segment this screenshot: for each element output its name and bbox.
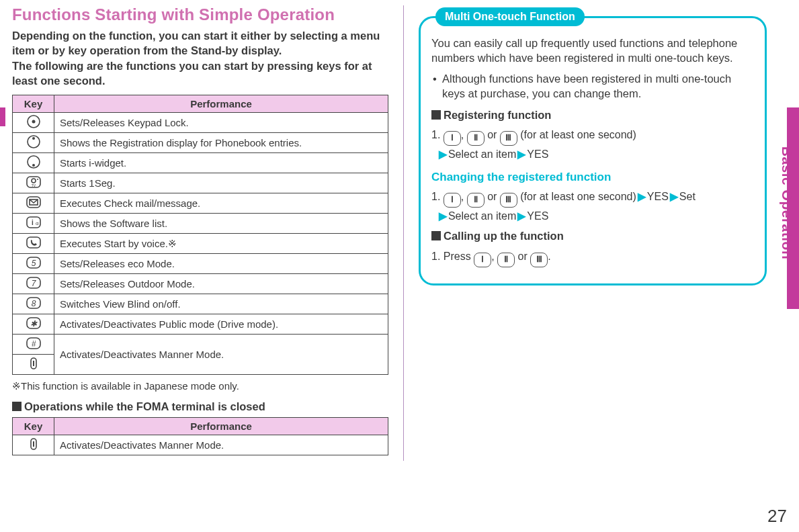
- arrow-icon: ▶: [636, 191, 647, 202]
- svg-point-1: [32, 120, 35, 124]
- svg-point-7: [32, 179, 36, 183]
- calling-step: 1. Press Ⅰ, Ⅱ or Ⅲ.: [431, 248, 754, 267]
- step-number: 1.: [431, 126, 440, 144]
- arrow-icon: ▶: [437, 210, 448, 222]
- footnote: ※This function is available in Japanese …: [12, 380, 388, 392]
- svg-text:#: #: [31, 339, 36, 349]
- key-icon-five: 5: [13, 254, 54, 274]
- table-row: #Activates/Deactivates Manner Mode.: [13, 335, 388, 355]
- step-select-item: Select an item: [448, 148, 516, 160]
- performance-cell: Switches View Blind on/off.: [54, 294, 388, 314]
- left-column: Functions Starting with Simple Operation…: [12, 5, 388, 461]
- key-roman-3-icon: Ⅲ: [530, 253, 548, 267]
- table-row: iαShows the Software list.: [13, 214, 388, 234]
- key-performance-table: Key Performance Sets/Releases Keypad Loc…: [12, 95, 388, 375]
- column-divider: [403, 5, 404, 461]
- key-roman-3-icon: Ⅲ: [500, 131, 517, 146]
- step-yes: YES: [527, 210, 548, 222]
- key-icon-dot-top: [13, 133, 54, 153]
- key-roman-2-icon: Ⅱ: [467, 193, 485, 208]
- performance-cell: Starts i-widget.: [54, 153, 388, 173]
- svg-text:α: α: [36, 220, 39, 226]
- side-tab-label: Basic Operation: [779, 142, 795, 263]
- table-row: 5Sets/Releases eco Mode.: [13, 254, 388, 274]
- performance-cell: Sets/Releases Outdoor Mode.: [54, 274, 388, 294]
- calling-heading: Calling up the function: [431, 228, 754, 243]
- table-head-performance: Performance: [54, 95, 388, 113]
- arrow-icon: ▶: [669, 191, 679, 202]
- section-intro: Depending on the function, you can start…: [12, 28, 388, 88]
- registering-heading: Registering function: [431, 107, 754, 122]
- box-bullet: Although functions have been registered …: [431, 71, 754, 101]
- performance-cell: Starts 1Seg.: [54, 173, 388, 193]
- table-row: Executes Start by voice.※: [13, 234, 388, 254]
- closed-operations-heading: Operations while the FOMA terminal is cl…: [12, 400, 388, 413]
- key-roman-1-icon: Ⅰ: [444, 193, 461, 208]
- table-row: TVStarts 1Seg.: [13, 173, 388, 193]
- arrow-icon: ▶: [516, 148, 527, 160]
- key-icon-side: [13, 435, 54, 455]
- key-icon-dot-center: [13, 113, 54, 133]
- key-icon-seven: 7: [13, 274, 54, 294]
- closed-key-table: Key Performance Activates/Deactivates Ma…: [12, 417, 388, 455]
- calling-heading-text: Calling up the function: [444, 230, 564, 242]
- svg-text:8: 8: [31, 299, 36, 308]
- table-row: Sets/Releases Keypad Lock.: [13, 113, 388, 133]
- table-row: 7Sets/Releases Outdoor Mode.: [13, 274, 388, 294]
- table-row: Starts i-widget.: [13, 153, 388, 173]
- step-yes: YES: [647, 191, 669, 202]
- svg-text:7: 7: [31, 279, 36, 288]
- key-icon-i-alpha: iα: [13, 214, 54, 234]
- key-icon-dot-bottom: [13, 153, 54, 173]
- svg-text:5: 5: [31, 259, 36, 268]
- step-number: 1.: [431, 188, 440, 206]
- table-row: 8Switches View Blind on/off.: [13, 294, 388, 314]
- table-head-key: Key: [13, 95, 54, 113]
- registering-step: 1. Ⅰ, Ⅱ or Ⅲ (for at least one second) ▶…: [431, 126, 754, 163]
- box-label: Multi One-touch Function: [435, 7, 585, 26]
- key-roman-2-icon: Ⅱ: [467, 131, 485, 146]
- box-intro: You can easily call up frequently used f…: [431, 36, 754, 66]
- table-row: Activates/Deactivates Manner Mode.: [13, 435, 388, 455]
- key-roman-1-icon: Ⅰ: [474, 253, 491, 267]
- key-icon-eight: 8: [13, 294, 54, 314]
- performance-cell: Activates/Deactivates Public mode (Drive…: [54, 314, 388, 335]
- key-icon-phone: [13, 234, 54, 254]
- svg-text:i: i: [32, 219, 34, 226]
- svg-point-8: [37, 179, 38, 180]
- performance-cell: Activates/Deactivates Manner Mode.: [54, 335, 388, 375]
- svg-rect-15: [27, 237, 40, 248]
- step-suffix: (for at least one second): [520, 191, 636, 202]
- svg-point-5: [32, 164, 35, 167]
- svg-point-3: [32, 137, 35, 140]
- registering-heading-text: Registering function: [444, 109, 551, 121]
- left-color-stub: [0, 107, 5, 126]
- performance-cell: Executes Check mail/message.: [54, 193, 388, 214]
- performance-cell: Executes Start by voice.※: [54, 234, 388, 254]
- key-icon-side: [13, 355, 54, 375]
- table2-head-key: Key: [13, 418, 54, 435]
- step-period: .: [548, 251, 550, 262]
- svg-text:✱: ✱: [30, 319, 38, 328]
- performance-cell: Sets/Releases Keypad Lock.: [54, 113, 388, 133]
- key-icon-star: ✱: [13, 314, 54, 335]
- key-icon-mail: [13, 193, 54, 214]
- performance-cell: Activates/Deactivates Manner Mode.: [54, 435, 388, 455]
- section-title: Functions Starting with Simple Operation: [12, 5, 388, 24]
- performance-cell: Sets/Releases eco Mode.: [54, 254, 388, 274]
- key-roman-3-icon: Ⅲ: [500, 193, 517, 208]
- key-roman-2-icon: Ⅱ: [497, 253, 515, 267]
- key-icon-hash: #: [13, 335, 54, 355]
- svg-text:TV: TV: [31, 183, 36, 187]
- table-row: Executes Check mail/message.: [13, 193, 388, 214]
- page-number: 27: [767, 506, 787, 527]
- step-select-item: Select an item: [448, 210, 516, 222]
- step-press: 1. Press: [431, 251, 471, 262]
- step-set: Set: [679, 191, 696, 202]
- table-row: ✱Activates/Deactivates Public mode (Driv…: [13, 314, 388, 335]
- changing-heading: Changing the registered function: [431, 170, 754, 185]
- right-column: Multi One-touch Function You can easily …: [419, 5, 787, 461]
- table-row: Shows the Registration display for Phone…: [13, 133, 388, 153]
- performance-cell: Shows the Software list.: [54, 214, 388, 234]
- closed-heading-text: Operations while the FOMA terminal is cl…: [24, 400, 265, 412]
